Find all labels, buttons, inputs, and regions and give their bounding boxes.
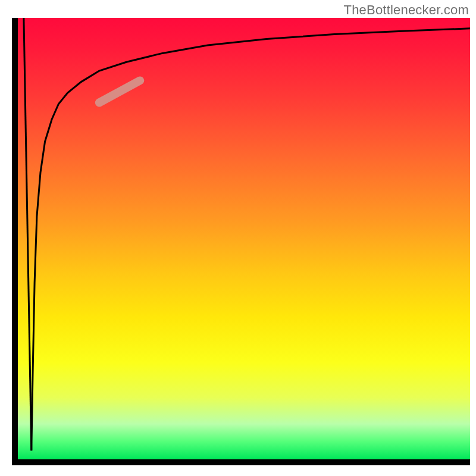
x-axis-bar — [12, 459, 470, 465]
initial-drop-line — [24, 18, 32, 450]
plot-area — [12, 18, 470, 465]
y-axis-bar — [12, 18, 18, 465]
chart-stage: TheBottlenecker.com — [0, 0, 476, 476]
curve-layer — [18, 18, 470, 459]
watermark-text: TheBottlenecker.com — [344, 2, 469, 18]
highlight-segment — [99, 80, 140, 102]
bottleneck-curve-line — [32, 29, 470, 450]
